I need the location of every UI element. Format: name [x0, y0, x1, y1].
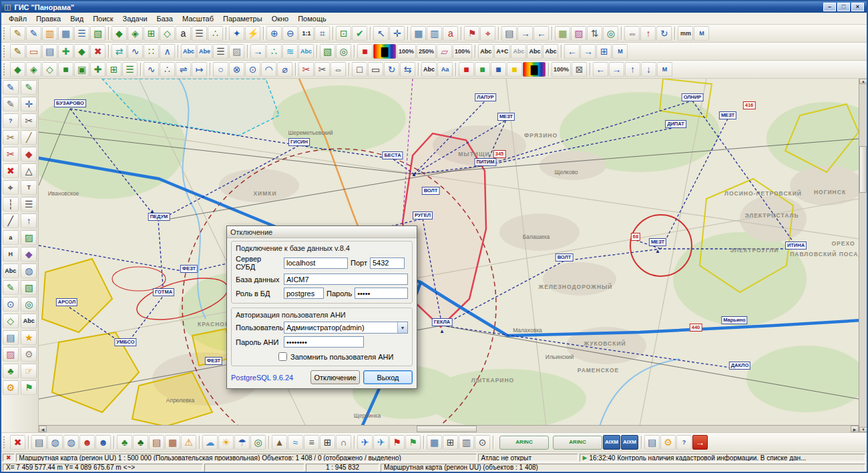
layers-icon[interactable]: ▧ [90, 26, 105, 41]
cut2-icon[interactable]: ✂ [314, 62, 330, 77]
star-tool-icon[interactable]: ★ [21, 330, 37, 345]
zoom-100b-button[interactable]: 100% [453, 44, 472, 59]
north-arrow-icon[interactable]: ↑ [640, 26, 656, 41]
database-input[interactable] [284, 274, 408, 285]
line-join-icon[interactable]: ⇌ [176, 62, 191, 77]
draw-pencil-icon[interactable]: ✎ [10, 26, 25, 41]
tree1-icon[interactable]: ♣ [117, 435, 132, 450]
label-abc-icon[interactable]: Abc [181, 44, 196, 59]
title-bar[interactable]: ◫ ГИС "Панорама" – □ × [1, 1, 867, 13]
group-diamond2-icon[interactable]: ◈ [26, 62, 41, 77]
menu-item-поиск[interactable]: Поиск [88, 13, 118, 24]
copy-stack-icon[interactable]: ▤ [42, 44, 57, 59]
group-square-icon[interactable]: ■ [58, 62, 73, 77]
flag-green-icon[interactable]: ⚑ [405, 435, 421, 450]
flag-red-icon[interactable]: ⚑ [389, 435, 405, 450]
arrow-right2-icon[interactable]: → [609, 62, 624, 77]
circle-cross-icon[interactable]: ⊗ [229, 62, 244, 77]
sort-icon[interactable]: ⇅ [587, 26, 602, 41]
arrow-down2-icon[interactable]: ↓ [641, 62, 656, 77]
exit-arrow-icon[interactable]: → [692, 435, 708, 450]
exit-button[interactable]: Выход [363, 370, 413, 384]
road-icon[interactable]: ≡ [304, 435, 319, 450]
group-diamond1-icon[interactable]: ◆ [10, 62, 25, 77]
paint-tool-icon[interactable]: ▨ [3, 347, 19, 362]
world-icon[interactable]: ◎ [603, 26, 618, 41]
circle-icon[interactable]: ○ [213, 62, 228, 77]
chevron-down-icon[interactable]: ▼ [397, 322, 407, 333]
delete-icon[interactable]: ✖ [3, 163, 19, 178]
compass-icon[interactable]: ✦ [229, 26, 244, 41]
db-password-input[interactable] [355, 288, 408, 299]
crosshair-icon[interactable]: ⌖ [3, 180, 19, 195]
zoom-one-to-one-icon[interactable]: 1:1 [298, 26, 314, 41]
scroll-up-arrow[interactable]: ▲ [859, 79, 867, 84]
list-tool-icon[interactable]: ☰ [21, 197, 37, 211]
rect-tool-icon[interactable]: ▭ [368, 62, 383, 77]
millimeters-button[interactable]: mm [678, 26, 693, 41]
dash-line-icon[interactable]: ┆ [3, 197, 19, 211]
letters-icon[interactable]: Aa [437, 62, 453, 77]
menu-item-масштаб[interactable]: Масштаб [178, 13, 218, 24]
user-red-icon[interactable]: ☻ [79, 435, 95, 450]
triangle-tool-icon[interactable]: △ [21, 163, 37, 178]
create-pencil-icon[interactable]: ✎ [10, 44, 25, 59]
label-abe-icon[interactable]: Abe [197, 44, 212, 59]
diamond-purple-icon[interactable]: ◆ [21, 247, 37, 262]
chart2-icon[interactable]: ▦ [427, 435, 442, 450]
save-map-icon[interactable]: ▦ [58, 26, 73, 41]
edit-pencil-icon[interactable]: ✎ [26, 26, 41, 41]
diagonal-line-icon[interactable]: ╱ [3, 213, 19, 228]
swatch-yellow-icon[interactable]: ■ [507, 62, 522, 77]
tree-tool-icon[interactable]: ♣ [3, 364, 19, 378]
hand-point-icon[interactable]: ☞ [21, 364, 37, 378]
doc-icon[interactable]: ▥ [459, 435, 474, 450]
select-pencil-icon[interactable]: ✎ [3, 80, 19, 95]
map-canvas[interactable]: ШереметьевскийХИМКИМЫТИЩИЩелковоФРЯЗИНОН… [39, 79, 859, 432]
sun-icon[interactable]: ☀ [218, 435, 234, 450]
node-edit-icon[interactable]: ∿ [144, 62, 159, 77]
meters2-button[interactable]: M [612, 44, 628, 59]
db-tool-icon[interactable]: ◍ [21, 264, 37, 278]
calc-icon[interactable]: ⊞ [443, 435, 458, 450]
zoom-250-button[interactable]: 250% [417, 44, 436, 59]
cut-icon[interactable]: ✂ [298, 62, 314, 77]
vertical-scroll-thumb[interactable] [859, 146, 867, 193]
menu-item-база[interactable]: База [152, 13, 178, 24]
clock-icon[interactable]: ⊙ [475, 435, 490, 450]
zoom-out-icon[interactable]: ⊖ [282, 26, 298, 41]
current-scale[interactable]: 1 : 945 832 [306, 464, 379, 472]
map-vertical-scrollbar[interactable]: ▲ ▼ [859, 79, 867, 432]
scroll-left-arrow[interactable]: ◀ [39, 426, 47, 432]
move-cross-icon[interactable]: ✛ [21, 97, 37, 111]
notes-icon[interactable]: ▤ [644, 435, 660, 450]
font-ac-button[interactable]: A+C [494, 44, 510, 59]
knife-icon[interactable]: ✂ [3, 130, 19, 145]
help-cursor-icon[interactable]: ? [3, 113, 19, 128]
font-abc-gray-icon[interactable]: Abc [511, 44, 526, 59]
object-list-icon[interactable]: ☰ [192, 26, 207, 41]
scroll-down-arrow[interactable]: ▼ [859, 427, 867, 432]
mini-map-icon[interactable]: ▧ [320, 44, 335, 59]
group-list-icon[interactable]: ☰ [122, 62, 138, 77]
track-icon[interactable]: ≋ [282, 44, 298, 59]
hatch-icon[interactable]: ▨ [229, 44, 244, 59]
status-close-icon[interactable]: ✖ [3, 454, 15, 462]
magnify-icon[interactable]: ⊙ [3, 297, 19, 312]
horizontal-scroll-thumb[interactable] [417, 426, 477, 432]
zoom-frame-icon[interactable]: ⌗ [314, 26, 330, 41]
user-blue-icon[interactable]: ☻ [95, 435, 111, 450]
arinc2-button[interactable]: ARINC [553, 436, 602, 450]
node-add-icon[interactable]: ∴ [160, 62, 175, 77]
ruler-icon[interactable]: ⇔ [624, 26, 640, 41]
bridge-icon[interactable]: ∩ [336, 435, 351, 450]
polyline-icon[interactable]: ∧ [160, 44, 175, 59]
globe-tool-icon[interactable]: ◎ [21, 297, 37, 312]
ruler2-icon[interactable]: ╱ [21, 130, 37, 145]
pencil-green-icon[interactable]: ✎ [3, 280, 19, 295]
wave-icon[interactable]: ≈ [288, 435, 303, 450]
flag2-icon[interactable]: ⚑ [21, 380, 37, 395]
query-table-icon[interactable]: ▥ [427, 26, 442, 41]
color-strip-icon[interactable]: ▇ [523, 62, 546, 77]
cloud-icon[interactable]: ☁ [202, 435, 218, 450]
